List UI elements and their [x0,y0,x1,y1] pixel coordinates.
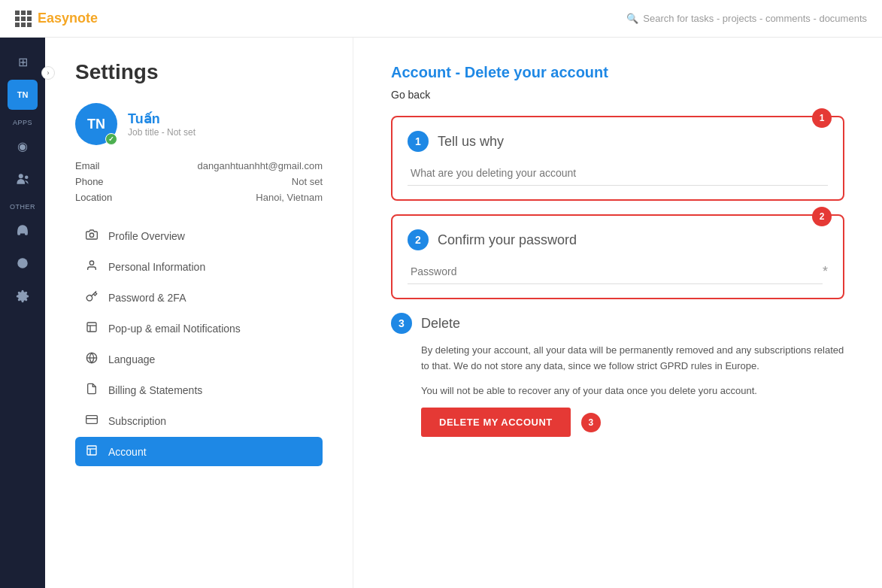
main-wrapper: Settings TN ✓ Tuấn Job title - Not set E… [45,38,882,588]
location-value: Hanoi, Vietnam [256,192,323,203]
settings-title: Settings [75,60,323,84]
nav-label-password: Password & 2FA [108,292,186,304]
sidebar-icon-tn[interactable]: TN [8,80,38,110]
account-icon [84,444,99,459]
phone-label: Phone [75,176,104,187]
svg-rect-5 [87,323,96,332]
language-icon [84,352,99,366]
search-bar[interactable]: 🔍 Search for tasks - projects - comments… [626,13,867,24]
content-area: Account - Delete your account Go back 1 … [353,38,882,588]
tell-us-why-input[interactable] [408,161,828,186]
nav-item-language[interactable]: Language [75,344,323,374]
subscription-icon [84,414,99,428]
nav-label-profile: Profile Overview [108,230,185,242]
password-star: * [823,264,828,280]
location-row: Location Hanoi, Vietnam [75,192,323,203]
delete-desc1: By deleting your account, all your data … [421,343,844,374]
sidebar-collapse-button[interactable]: › [41,66,55,80]
nav-label-account: Account [108,446,147,458]
sidebar-icon-dashboard[interactable]: ⊞ [8,47,38,77]
search-icon: 🔍 [626,13,638,24]
delete-btn-row: DELETE MY ACCOUNT 3 [421,408,844,437]
nav-label-language: Language [108,353,155,365]
step2-number: 2 [408,229,429,250]
delete-desc2: You will not be able to recover any of y… [421,383,844,399]
step3-header: 3 Delete [391,313,844,334]
step1-title: Tell us why [438,134,504,150]
nav-label-subscription: Subscription [108,415,166,427]
step2-section: 2 2 Confirm your password * [391,214,844,299]
nav-item-personal[interactable]: Personal Information [75,252,323,281]
settings-sidebar: Settings TN ✓ Tuấn Job title - Not set E… [45,38,353,588]
nav-item-account[interactable]: Account [75,437,323,466]
step2-badge: 2 [812,207,832,226]
location-label: Location [75,192,112,203]
step1-header: 1 Tell us why [408,131,828,152]
step3-title: Delete [421,316,460,332]
verified-badge: ✓ [105,133,117,145]
password-input[interactable] [408,259,823,284]
go-back-link[interactable]: Go back [391,89,844,101]
key-icon [84,290,99,305]
sidebar-icon-team[interactable] [8,164,38,194]
email-row: Email danganhtuanhht@gmail.com [75,160,323,171]
nav-item-subscription[interactable]: Subscription [75,406,323,435]
user-job-title: Job title - Not set [128,127,195,138]
svg-point-3 [89,233,93,237]
nav-item-profile[interactable]: Profile Overview [75,221,323,250]
user-details: Email danganhtuanhht@gmail.com Phone Not… [75,160,323,203]
camera-icon [84,229,99,243]
svg-point-4 [89,261,93,265]
avatar: TN ✓ [75,103,117,145]
phone-value: Not set [292,176,323,187]
svg-point-0 [19,174,23,178]
email-label: Email [75,160,100,171]
svg-rect-10 [86,416,98,424]
logo[interactable]: Easynote [15,11,98,27]
nav-item-billing[interactable]: Billing & Statements [75,375,323,405]
step2-title: Confirm your password [438,232,577,248]
sidebar-icon-analytics[interactable]: ◉ [8,131,38,161]
step3-badge: 3 [581,413,601,432]
step3-number: 3 [391,313,412,334]
phone-row: Phone Not set [75,176,323,187]
nav-item-notifications[interactable]: Pop-up & email Notifications [75,314,323,343]
nav-label-billing: Billing & Statements [108,384,202,396]
person-icon [84,259,99,274]
step2-header: 2 Confirm your password [408,229,828,250]
billing-icon [84,383,99,397]
grid-icon [15,11,32,27]
left-sidebar: ⊞ TN APPS ◉ OTHER [0,38,45,588]
notification-icon [84,321,99,335]
svg-rect-12 [87,446,96,455]
nav-item-password[interactable]: Password & 2FA [75,283,323,312]
step1-badge: 1 [812,108,832,128]
email-value: danganhtuanhht@gmail.com [198,160,323,171]
navbar: Easynote 🔍 Search for tasks - projects -… [0,0,882,38]
step1-section: 1 1 Tell us why [391,116,844,201]
user-name: Tuấn [128,111,195,127]
svg-point-1 [25,176,29,180]
step1-number: 1 [408,131,429,152]
search-placeholder: Search for tasks - projects - comments -… [643,13,867,24]
nav-label-notifications: Pop-up & email Notifications [108,323,241,335]
sidebar-icon-ideas[interactable] [8,248,38,278]
sidebar-icon-support[interactable] [8,215,38,245]
avatar-initials: TN [87,117,105,132]
content-header: Account - Delete your account [391,64,844,81]
sidebar-label-other: OTHER [10,203,35,211]
delete-my-account-button[interactable]: DELETE MY ACCOUNT [421,408,571,437]
step3-section: 3 Delete By deleting your account, all y… [391,313,844,437]
password-row: * [408,259,828,284]
sidebar-label-apps: APPS [13,119,32,126]
user-card: TN ✓ Tuấn Job title - Not set [75,103,323,145]
sidebar-icon-settings[interactable] [8,281,38,311]
settings-nav: Profile Overview Personal Information Pa… [75,221,323,466]
brand-name: Easynote [38,11,98,26]
nav-label-personal: Personal Information [108,261,205,273]
